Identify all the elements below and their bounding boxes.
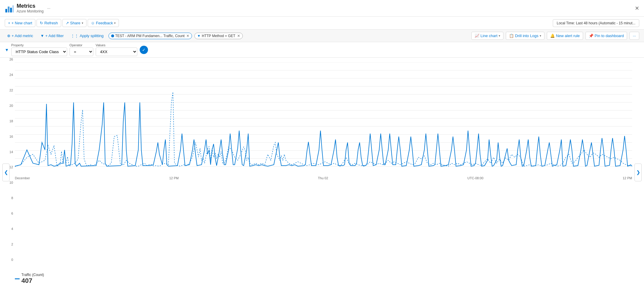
x-axis: December 12 PM Thu 02 UTC-08:00 12 PM	[15, 176, 632, 180]
add-metric-icon: ⊕	[7, 34, 10, 38]
left-arrow-icon: ❮	[4, 169, 8, 175]
new-chart-button[interactable]: + + New chart	[5, 19, 35, 27]
y-axis: 0 2 4 6 8 10 12 14 16 18 20 22 24 26	[2, 58, 13, 261]
refresh-label: Refresh	[44, 21, 58, 25]
operator-select[interactable]: =	[70, 47, 93, 56]
property-label: Property	[11, 43, 67, 47]
y-label-10: 10	[2, 181, 13, 184]
feedback-chevron-icon: ▾	[114, 21, 116, 25]
property-select[interactable]: HTTP Status Code Class	[11, 47, 67, 56]
svg-rect-0	[5, 9, 7, 12]
x-label-utc: UTC-08:00	[467, 176, 484, 180]
time-range-button[interactable]: Local Time: Last 48 hours (Automatic - 1…	[553, 19, 639, 27]
property-group: Property HTTP Status Code Class	[11, 43, 67, 56]
close-button[interactable]: ✕	[635, 5, 639, 12]
y-label-2: 2	[2, 242, 13, 246]
share-chevron-icon: ▾	[82, 21, 83, 25]
chart-legend: Traffic (Count) 407	[0, 270, 644, 287]
filter-tag-close-icon[interactable]: ✕	[237, 34, 240, 38]
feedback-icon: ☺	[91, 21, 95, 25]
alert-rule-icon: 🔔	[550, 34, 555, 38]
metric-tag[interactable]: TEST - ARM PM Fundamen... Traffic, Count…	[108, 33, 192, 39]
right-arrow-icon: ❯	[636, 169, 640, 175]
new-chart-icon: +	[8, 21, 10, 25]
values-label: Values	[96, 43, 137, 47]
filter-tag-label: HTTP Method = GET	[202, 34, 235, 38]
more-icon: ···	[633, 34, 636, 38]
apply-splitting-label: Apply splitting	[80, 34, 103, 38]
drill-into-logs-button[interactable]: 📋 Drill into Logs ▾	[506, 32, 544, 40]
app-title: Metrics	[17, 3, 44, 9]
chart-nav-left[interactable]: ❮	[2, 164, 10, 181]
metric-tag-close-icon[interactable]: ✕	[186, 34, 189, 38]
legend-text-group: Traffic (Count) 407	[21, 273, 44, 285]
add-metric-button[interactable]: ⊕ + Add metric	[5, 32, 36, 39]
apply-splitting-button[interactable]: ⋮⋮ Apply splitting	[68, 32, 106, 39]
refresh-button[interactable]: ↻ Refresh	[37, 19, 61, 27]
chart-area: 0 2 4 6 8 10 12 14 16 18 20 22 24 26 Dec…	[0, 58, 644, 270]
chart-toolbar-left: ⊕ + Add metric ▼ + Add filter ⋮⋮ Apply s…	[5, 32, 469, 39]
filter-dropdown-funnel-icon: ▼	[5, 47, 9, 52]
pin-to-dashboard-button[interactable]: 📌 Pin to dashboard	[585, 32, 627, 40]
legend-label: Traffic (Count)	[21, 273, 44, 277]
header-left: Metrics Azure Monitoring ···	[5, 3, 51, 13]
chart-nav-right[interactable]: ❯	[634, 164, 642, 181]
chart-toolbar-right: 📈 Line chart ▾ 📋 Drill into Logs ▾ 🔔 New…	[471, 32, 639, 40]
filter-confirm-button[interactable]: ✓	[140, 46, 148, 54]
toolbar-right: Local Time: Last 48 hours (Automatic - 1…	[553, 19, 639, 27]
share-button[interactable]: ↗ Share ▾	[62, 19, 86, 27]
chart-toolbar: ⊕ + Add metric ▼ + Add filter ⋮⋮ Apply s…	[0, 30, 644, 42]
line-chart-chevron-icon: ▾	[499, 34, 500, 37]
more-options-button[interactable]: ···	[629, 32, 639, 40]
share-label: Share	[70, 21, 81, 25]
values-group: Values 4XX	[96, 43, 137, 56]
app-header: Metrics Azure Monitoring ··· ✕	[0, 0, 644, 17]
add-filter-label: + Add filter	[45, 34, 64, 38]
y-label-24: 24	[2, 73, 13, 77]
operator-group: Operator =	[70, 43, 93, 56]
confirm-check-icon: ✓	[142, 47, 146, 52]
svg-rect-1	[8, 7, 10, 12]
svg-rect-3	[12, 5, 14, 12]
splitting-icon: ⋮⋮	[71, 34, 78, 38]
new-alert-rule-button[interactable]: 🔔 New alert rule	[547, 32, 583, 40]
share-icon: ↗	[66, 21, 69, 25]
pin-to-dashboard-label: Pin to dashboard	[595, 34, 624, 38]
y-label-4: 4	[2, 227, 13, 231]
line-chart-button[interactable]: 📈 Line chart ▾	[471, 32, 503, 40]
x-label-december: December	[15, 176, 30, 180]
metric-tag-label: TEST - ARM PM Fundamen... Traffic, Count	[115, 34, 185, 38]
drill-logs-chevron-icon: ▾	[540, 34, 541, 37]
y-label-18: 18	[2, 119, 13, 123]
new-chart-label: + New chart	[12, 21, 32, 25]
header-more-icon[interactable]: ···	[47, 6, 51, 10]
app-icon	[5, 4, 14, 13]
chart-svg	[15, 62, 632, 175]
feedback-button[interactable]: ☺ Feedback ▾	[88, 19, 119, 27]
y-label-14: 14	[2, 150, 13, 154]
y-label-0: 0	[2, 258, 13, 261]
app-subtitle: Azure Monitoring	[17, 9, 44, 13]
operator-label: Operator	[70, 43, 93, 47]
line-chart-label: Line chart	[481, 34, 497, 38]
y-label-16: 16	[2, 135, 13, 138]
main-content: + + New chart ↻ Refresh ↗ Share ▾ ☺ Feed…	[0, 17, 644, 287]
add-metric-label: + Add metric	[12, 34, 33, 38]
svg-rect-2	[10, 8, 12, 12]
new-alert-rule-label: New alert rule	[556, 34, 580, 38]
add-filter-button[interactable]: ▼ + Add filter	[38, 32, 66, 39]
x-label-thu02: Thu 02	[318, 176, 328, 180]
filter-funnel-icon: ▼	[197, 34, 201, 38]
feedback-label: Feedback	[96, 21, 113, 25]
chart-wrapper: ❮ ❯	[0, 58, 644, 287]
values-select[interactable]: 4XX	[96, 47, 137, 56]
filter-tag[interactable]: ▼ HTTP Method = GET ✕	[194, 33, 243, 39]
filter-dropdown-row: ▼ Property HTTP Status Code Class Operat…	[0, 42, 644, 58]
refresh-icon: ↻	[40, 21, 43, 25]
y-label-26: 26	[2, 58, 13, 61]
legend-item: Traffic (Count) 407	[15, 273, 44, 285]
y-label-22: 22	[2, 88, 13, 92]
drill-logs-icon: 📋	[509, 34, 514, 38]
title-group: Metrics Azure Monitoring	[17, 3, 44, 13]
filter-icon: ▼	[40, 34, 44, 38]
